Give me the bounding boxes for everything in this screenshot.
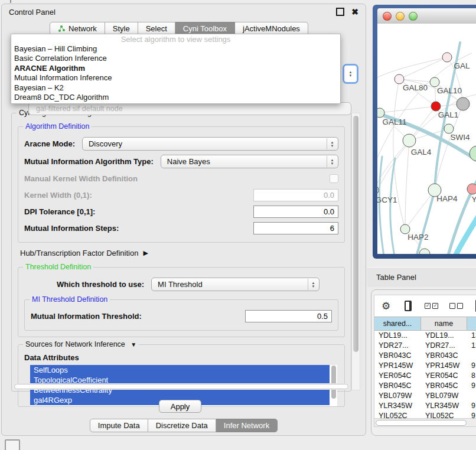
table-horizontal-scrollbar	[374, 418, 476, 426]
panel-title: Control Panel	[9, 8, 336, 17]
table-cell: 9.	[467, 381, 476, 391]
table-cell: YPR145W	[374, 361, 421, 371]
menu-item[interactable]: Bayesian – K2	[11, 83, 340, 93]
network-node[interactable]	[470, 146, 476, 161]
scrollbar-thumb[interactable]	[353, 116, 358, 352]
table-cell: YDL19...	[374, 331, 421, 341]
node-label: HAP2	[407, 233, 428, 242]
mi-steps-input[interactable]	[253, 222, 338, 234]
tab-label: Cyni Toolbox	[183, 24, 227, 33]
apply-button[interactable]: Apply	[159, 400, 201, 413]
menu-item[interactable]: Mutual Information Inference	[11, 73, 340, 83]
node-label: GAL1	[438, 110, 459, 119]
network-node-y[interactable]	[467, 184, 476, 194]
column-header-partial[interactable]	[467, 317, 476, 330]
network-canvas[interactable]: GALGAL80GAL10GAL1GAL11SWI4GAL4GCY1HAP4YH…	[377, 24, 476, 254]
menu-item[interactable]: Bayesian – Hill Climbing	[11, 44, 340, 54]
network-node-gal[interactable]	[442, 53, 452, 62]
unchecked-box-icon	[457, 303, 463, 309]
settings-horizontal-scrollbar	[14, 383, 349, 390]
mi-threshold-input[interactable]	[245, 310, 332, 322]
node-label: Y	[471, 195, 476, 204]
network-node[interactable]	[419, 249, 430, 254]
algorithm-definition-group: Algorithm Definition Aracne Mode: Discov…	[18, 126, 345, 243]
network-node-swi4[interactable]	[444, 124, 454, 133]
table-cell: YER054C	[421, 371, 467, 381]
dpi-tolerance-input[interactable]	[253, 206, 338, 218]
menu-item[interactable]: Basic Correlation Inference	[11, 54, 340, 63]
attribute-list-item[interactable]: SelfLoops	[30, 365, 330, 375]
menu-item[interactable]: Dream8 DC_TDC Algorithm	[11, 93, 340, 102]
table-panel: ⚙ ✓ ✓ shared... name YDL19...YDL19...13Y…	[371, 289, 476, 436]
mi-steps-label: Mutual Information Steps:	[24, 224, 119, 233]
network-view-window[interactable]: GALGAL80GAL10GAL1GAL11SWI4GAL4GCY1HAP4YH…	[373, 5, 476, 259]
zoom-window-icon[interactable]	[409, 12, 418, 21]
network-node-gal80[interactable]	[395, 74, 404, 84]
table-cell: 8.	[467, 371, 476, 381]
table-cell: YER054C	[374, 371, 421, 381]
tab-infer-network[interactable]: Infer Network	[216, 419, 278, 432]
table-row[interactable]: YBR045CYBR045C9.	[374, 381, 476, 391]
node-label: GCY1	[377, 195, 397, 204]
network-data-combo-partial[interactable]: gal-filtered sif default node	[28, 102, 351, 115]
table-row[interactable]: YER054CYER054C8.	[374, 371, 476, 381]
combo-stepper-partial[interactable]: ▲▼	[343, 64, 358, 84]
table-cell: 9.	[467, 401, 476, 411]
manual-kernel-checkbox[interactable]	[330, 174, 338, 183]
minimize-window-icon[interactable]	[396, 12, 405, 21]
which-threshold-label: Which threshold to use:	[57, 280, 144, 289]
network-node-gal4[interactable]	[403, 134, 416, 147]
table-cell: YDL19...	[421, 331, 467, 341]
sources-group: Sources for Network Inference ▼ Data Att…	[18, 344, 345, 407]
column-header-name[interactable]: name	[421, 317, 467, 330]
mi-algorithm-type-select[interactable]: Naive Bayes ▲▼	[161, 155, 338, 168]
mi-type-label: Mutual Information Algorithm Type:	[24, 157, 154, 166]
gear-icon[interactable]: ⚙	[382, 300, 390, 312]
scrollbar-thumb[interactable]	[14, 384, 348, 389]
aracne-mode-select[interactable]: Discovery ▲▼	[82, 137, 338, 151]
combo-value: MI Threshold	[158, 280, 203, 289]
network-node-gal11[interactable]	[377, 108, 384, 118]
list-scrollbar[interactable]	[331, 366, 336, 399]
kernel-width-input[interactable]	[253, 189, 338, 201]
kernel-width-label: Kernel Width (0,1):	[24, 191, 92, 200]
deselect-all-icon[interactable]	[449, 303, 465, 309]
tab-discretize-data[interactable]: Discretize Data	[148, 419, 216, 432]
column-header-shared-name[interactable]: shared...	[374, 317, 421, 330]
mi-threshold-definition-group: MI Threshold Definition Mutual Informati…	[24, 299, 338, 331]
network-window-titlebar[interactable]	[377, 8, 476, 24]
network-node[interactable]	[457, 97, 470, 110]
table-cell: YBR045C	[421, 381, 467, 391]
sources-expander[interactable]: Sources for Network Inference ▼	[23, 340, 139, 348]
table-row[interactable]: YBL079WYBL079W	[374, 391, 476, 401]
table-panel-title: Table Panel	[376, 273, 416, 282]
tab-label: Style	[113, 24, 130, 33]
table-row[interactable]: YBR043CYBR043C	[374, 351, 476, 361]
network-node-gal10[interactable]	[430, 77, 439, 87]
node-table: ⚙ ✓ ✓ shared... name YDL19...YDL19...13Y…	[374, 295, 476, 427]
network-node-gcy1[interactable]	[377, 185, 379, 195]
table-row[interactable]: YDL19...YDL19...13	[374, 331, 476, 341]
select-all-icon[interactable]: ✓ ✓	[425, 303, 440, 309]
group-title: Threshold Definition	[23, 263, 93, 271]
table-cell: YBL079W	[374, 391, 421, 401]
table-row[interactable]: YLR345WYLR345W9.	[374, 401, 476, 411]
menu-item[interactable]: ARACNE Algorithm	[11, 64, 340, 73]
table-row[interactable]: YDR27...YDR27...12	[374, 341, 476, 351]
tab-label: Impute Data	[98, 421, 140, 430]
cyni-algorithm-settings-group: Cyni Algorithm Settings Algorithm Defini…	[11, 113, 351, 392]
table-row[interactable]: YPR145WYPR145W9.	[374, 361, 476, 371]
minimized-panel-icon[interactable]	[5, 439, 20, 450]
table-cell: 9.	[467, 361, 476, 371]
aracne-mode-label: Aracne Mode:	[24, 139, 75, 148]
close-window-icon[interactable]	[383, 12, 392, 21]
close-icon[interactable]: ✖	[351, 8, 358, 16]
settings-vertical-scrollbar	[351, 113, 360, 390]
columns-icon[interactable]	[405, 301, 412, 311]
network-node-gal1[interactable]	[431, 102, 441, 111]
float-icon[interactable]	[336, 8, 344, 16]
scrollbar-thumb[interactable]	[376, 420, 467, 426]
hub-definition-expander[interactable]: Hub/Transcription Factor Definition ▶	[20, 249, 345, 257]
which-threshold-select[interactable]: MI Threshold ▲▼	[151, 278, 319, 291]
tab-impute-data[interactable]: Impute Data	[90, 419, 148, 432]
